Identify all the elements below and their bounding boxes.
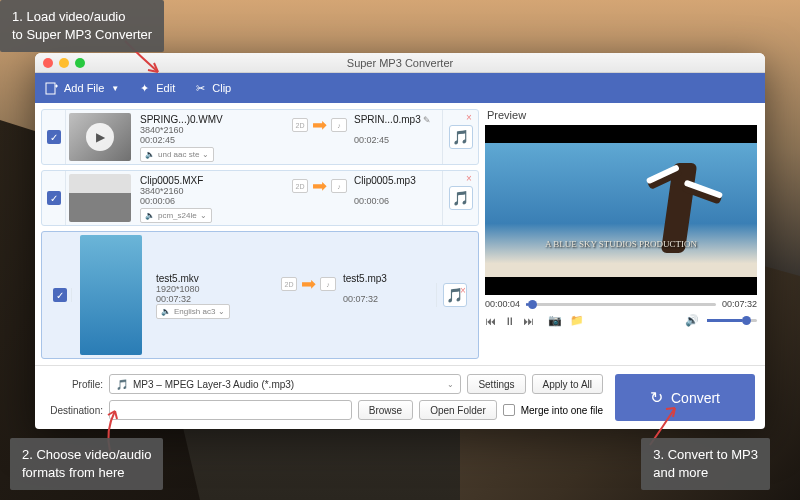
source-resolution: 3840*2160 — [140, 186, 285, 196]
remove-item-icon[interactable]: × — [466, 112, 476, 122]
callout-format: 2. Choose video/audio formats from here — [10, 438, 163, 490]
footer: Profile: 🎵 MP3 – MPEG Layer-3 Audio (*.m… — [35, 365, 765, 429]
music-note-icon: 🎵 — [116, 379, 128, 390]
dest-duration: 00:02:45 — [354, 135, 436, 145]
callout-load: 1. Load video/audio to Super MP3 Convert… — [0, 0, 164, 52]
music-note-icon: 🎵 — [452, 190, 469, 206]
checkbox-checked[interactable]: ✓ — [47, 130, 61, 144]
speaker-icon: 🔈 — [161, 307, 171, 316]
play-overlay-icon: ▶ — [86, 123, 114, 151]
dest-filename: Clip0005.mp3 — [354, 175, 436, 186]
toolbar: Add File ▼ ✦ Edit ✂ Clip — [35, 73, 765, 103]
audio-track-select[interactable]: 🔈und aac ste⌄ — [140, 147, 214, 162]
clip-button[interactable]: ✂ Clip — [193, 81, 231, 95]
thumbnail[interactable] — [77, 232, 145, 358]
badge-audio-icon: ♪ — [331, 118, 347, 132]
source-filename: Clip0005.MXF — [140, 175, 285, 186]
scissors-icon: ✂ — [193, 81, 207, 95]
pencil-icon[interactable]: ✎ — [423, 115, 431, 125]
source-duration: 00:07:32 — [156, 294, 274, 304]
list-item[interactable]: ✓ Clip0005.MXF 3840*2160 00:00:06 2D ➡ ♪ — [41, 170, 479, 226]
edit-button[interactable]: ✦ Edit — [137, 81, 175, 95]
volume-slider[interactable] — [707, 319, 757, 322]
remove-item-icon[interactable]: × — [466, 173, 476, 183]
merge-label: Merge into one file — [521, 405, 603, 416]
seek-slider[interactable] — [526, 303, 716, 306]
folder-icon[interactable]: 📁 — [570, 314, 584, 327]
add-file-icon — [45, 81, 59, 95]
badge-2d-icon: 2D — [292, 118, 308, 132]
destination-label: Destination: — [45, 405, 103, 416]
preview-panel[interactable]: A BLUE SKY STUDIOS PRODUCTION — [485, 125, 757, 295]
arrow-right-icon: ➡ — [301, 273, 316, 295]
settings-button[interactable]: Settings — [467, 374, 525, 394]
convert-button[interactable]: ↻ Convert — [615, 374, 755, 421]
next-track-icon[interactable]: ⏭ — [523, 315, 534, 327]
chevron-down-icon: ▼ — [111, 84, 119, 93]
source-duration: 00:02:45 — [140, 135, 285, 145]
badge-audio-icon: ♪ — [320, 277, 336, 291]
remove-item-icon[interactable]: × — [460, 285, 470, 295]
pause-icon[interactable]: ⏸ — [504, 315, 515, 327]
svg-rect-0 — [46, 83, 55, 94]
open-folder-button[interactable]: Open Folder — [419, 400, 497, 420]
thumbnail[interactable]: ▶ — [66, 110, 134, 164]
list-item[interactable]: ✓ test5.mkv 1920*1080 00:07:32 2D ➡ ♪ — [41, 231, 479, 359]
preview-frame-text: A BLUE SKY STUDIOS PRODUCTION — [485, 239, 757, 249]
badge-2d-icon: 2D — [281, 277, 297, 291]
dest-filename: SPRIN...0.mp3 ✎ — [354, 114, 436, 125]
destination-input[interactable] — [109, 400, 352, 420]
callout-convert: 3. Convert to MP3 and more — [641, 438, 770, 490]
speaker-icon: 🔈 — [145, 211, 155, 220]
arrow-right-icon: ➡ — [312, 114, 327, 136]
profile-select[interactable]: 🎵 MP3 – MPEG Layer-3 Audio (*.mp3) ⌄ — [109, 374, 461, 394]
add-file-button[interactable]: Add File ▼ — [45, 81, 119, 95]
audio-track-select[interactable]: 🔈English ac3⌄ — [156, 304, 230, 319]
volume-icon[interactable]: 🔊 — [685, 314, 699, 327]
chevron-down-icon: ⌄ — [447, 380, 454, 389]
window-title: Super MP3 Converter — [35, 57, 765, 69]
prev-track-icon[interactable]: ⏮ — [485, 315, 496, 327]
item-action-button[interactable]: 🎵 — [449, 125, 473, 149]
preview-title: Preview — [485, 109, 757, 121]
source-filename: SPRING...)0.WMV — [140, 114, 285, 125]
arrow-right-icon: ➡ — [312, 175, 327, 197]
music-note-icon: 🎵 — [452, 129, 469, 145]
merge-checkbox[interactable] — [503, 404, 515, 416]
audio-track-select[interactable]: 🔈pcm_s24le⌄ — [140, 208, 212, 223]
source-filename: test5.mkv — [156, 273, 274, 284]
badge-audio-icon: ♪ — [331, 179, 347, 193]
item-action-button[interactable]: 🎵 — [449, 186, 473, 210]
app-window: Super MP3 Converter Add File ▼ ✦ Edit ✂ … — [35, 53, 765, 429]
source-resolution: 1920*1080 — [156, 284, 274, 294]
snapshot-icon[interactable]: 📷 — [548, 314, 562, 327]
browse-button[interactable]: Browse — [358, 400, 413, 420]
source-duration: 00:00:06 — [140, 196, 285, 206]
dest-duration: 00:07:32 — [343, 294, 425, 304]
time-total: 00:07:32 — [722, 299, 757, 309]
magic-wand-icon: ✦ — [137, 81, 151, 95]
time-current: 00:00:04 — [485, 299, 520, 309]
checkbox-checked[interactable]: ✓ — [47, 191, 61, 205]
profile-label: Profile: — [45, 379, 103, 390]
refresh-icon: ↻ — [650, 388, 663, 407]
apply-to-all-button[interactable]: Apply to All — [532, 374, 603, 394]
source-resolution: 3840*2160 — [140, 125, 285, 135]
thumbnail[interactable] — [66, 171, 134, 225]
checkbox-checked[interactable]: ✓ — [53, 288, 67, 302]
dest-filename: test5.mp3 — [343, 273, 425, 284]
file-list: ✓ ▶ SPRING...)0.WMV 3840*2160 00:02:45 2… — [35, 103, 485, 365]
list-item[interactable]: ✓ ▶ SPRING...)0.WMV 3840*2160 00:02:45 2… — [41, 109, 479, 165]
badge-2d-icon: 2D — [292, 179, 308, 193]
preview-frame: A BLUE SKY STUDIOS PRODUCTION — [485, 143, 757, 277]
speaker-icon: 🔈 — [145, 150, 155, 159]
dest-duration: 00:00:06 — [354, 196, 436, 206]
titlebar[interactable]: Super MP3 Converter — [35, 53, 765, 73]
